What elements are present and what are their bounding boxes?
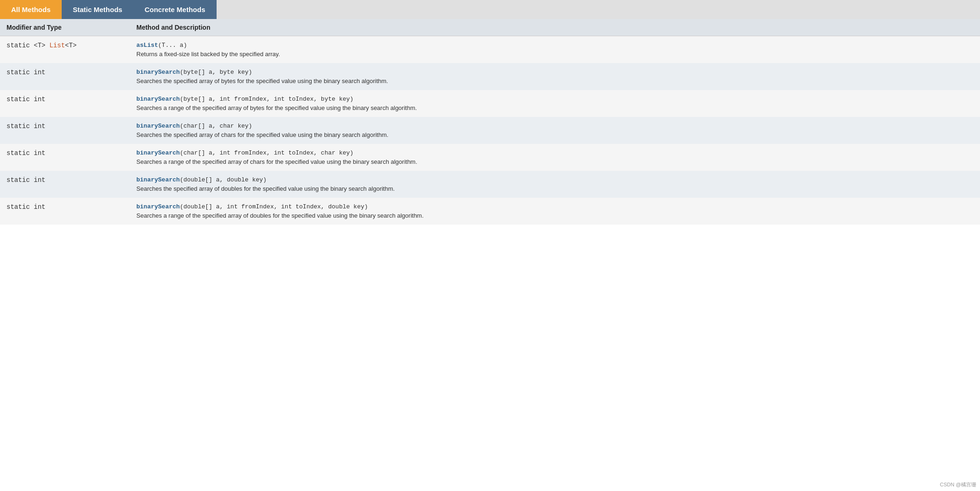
tabs-container: All Methods Static Methods Concrete Meth… — [0, 0, 980, 19]
cell-modifier: static int — [0, 144, 130, 171]
method-name[interactable]: binarySearch — [136, 123, 180, 129]
method-description: Returns a fixed-size list backed by the … — [136, 51, 974, 58]
method-signature-line: binarySearch(byte[] a, byte key) — [136, 69, 974, 76]
cell-modifier: static int — [0, 63, 130, 90]
table-row: static intbinarySearch(char[] a, char ke… — [0, 117, 980, 144]
header-modifier-type: Modifier and Type — [0, 19, 130, 36]
method-signature-line: binarySearch(double[] a, int fromIndex, … — [136, 203, 974, 210]
cell-modifier: static <T> List<T> — [0, 36, 130, 64]
method-name[interactable]: binarySearch — [136, 96, 180, 103]
cell-method: binarySearch(byte[] a, int fromIndex, in… — [130, 90, 980, 117]
method-description: Searches the specified array of doubles … — [136, 185, 974, 192]
cell-modifier: static int — [0, 117, 130, 144]
cell-modifier: static int — [0, 198, 130, 225]
table-row: static intbinarySearch(double[] a, int f… — [0, 198, 980, 225]
method-signature-line: asList(T... a) — [136, 42, 974, 49]
method-params: (double[] a, double key) — [180, 176, 267, 183]
table-row: static intbinarySearch(double[] a, doubl… — [0, 171, 980, 198]
method-params: (char[] a, char key) — [180, 123, 252, 129]
cell-modifier: static int — [0, 90, 130, 117]
table-row: static intbinarySearch(byte[] a, byte ke… — [0, 63, 980, 90]
table-row: static <T> List<T>asList(T... a)Returns … — [0, 36, 980, 64]
method-params: (byte[] a, int fromIndex, int toIndex, b… — [180, 96, 353, 103]
cell-method: binarySearch(char[] a, char key)Searches… — [130, 117, 980, 144]
cell-method: binarySearch(byte[] a, byte key)Searches… — [130, 63, 980, 90]
method-description: Searches a range of the specified array … — [136, 104, 974, 111]
method-signature-line: binarySearch(double[] a, double key) — [136, 176, 974, 183]
method-params: (char[] a, int fromIndex, int toIndex, c… — [180, 149, 353, 156]
header-method-description: Method and Description — [130, 19, 980, 36]
method-params: (double[] a, int fromIndex, int toIndex,… — [180, 203, 368, 210]
method-params: (byte[] a, byte key) — [180, 69, 252, 76]
cell-modifier: static int — [0, 171, 130, 198]
method-name[interactable]: binarySearch — [136, 176, 180, 183]
tab-static-methods[interactable]: Static Methods — [62, 0, 134, 19]
tab-concrete-methods[interactable]: Concrete Methods — [134, 0, 217, 19]
method-signature-line: binarySearch(char[] a, char key) — [136, 123, 974, 129]
method-name[interactable]: binarySearch — [136, 69, 180, 76]
method-description: Searches a range of the specified array … — [136, 212, 974, 219]
method-name[interactable]: asList — [136, 42, 158, 49]
table-row: static intbinarySearch(char[] a, int fro… — [0, 144, 980, 171]
method-signature-line: binarySearch(char[] a, int fromIndex, in… — [136, 149, 974, 156]
method-params: (T... a) — [158, 42, 187, 49]
method-description: Searches a range of the specified array … — [136, 158, 974, 165]
methods-table: Modifier and Type Method and Description… — [0, 19, 980, 225]
method-name[interactable]: binarySearch — [136, 149, 180, 156]
table-row: static intbinarySearch(byte[] a, int fro… — [0, 90, 980, 117]
method-signature-line: binarySearch(byte[] a, int fromIndex, in… — [136, 96, 974, 103]
method-description: Searches the specified array of chars fo… — [136, 131, 974, 138]
table-header-row: Modifier and Type Method and Description — [0, 19, 980, 36]
method-description: Searches the specified array of bytes fo… — [136, 78, 974, 84]
tab-all-methods[interactable]: All Methods — [0, 0, 62, 19]
cell-method: binarySearch(double[] a, double key)Sear… — [130, 171, 980, 198]
cell-method: binarySearch(char[] a, int fromIndex, in… — [130, 144, 980, 171]
type-link[interactable]: List — [49, 42, 65, 49]
cell-method: binarySearch(double[] a, int fromIndex, … — [130, 198, 980, 225]
cell-method: asList(T... a)Returns a fixed-size list … — [130, 36, 980, 64]
method-name[interactable]: binarySearch — [136, 203, 180, 210]
